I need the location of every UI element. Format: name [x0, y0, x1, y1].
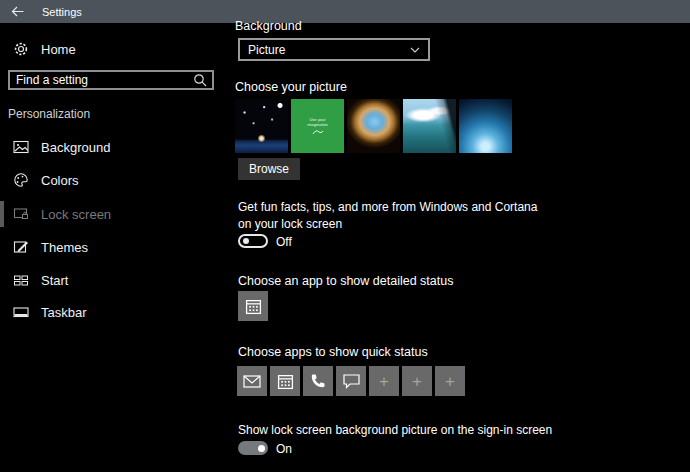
sidebar-item-label: Colors	[41, 173, 79, 188]
choose-picture-heading: Choose your picture	[235, 80, 347, 94]
calendar-icon	[277, 373, 294, 390]
browse-button[interactable]: Browse	[238, 158, 300, 180]
start-tiles-icon	[13, 272, 29, 288]
taskbar-icon	[13, 304, 29, 320]
sidebar-item-lock-screen[interactable]: Lock screen	[0, 201, 228, 227]
sign-in-screen-label: Show lock screen background picture on t…	[238, 423, 638, 437]
calendar-icon	[245, 298, 262, 315]
titlebar: Settings	[0, 0, 690, 23]
lock-screen-icon	[13, 206, 29, 222]
fun-facts-toggle-state: Off	[276, 235, 292, 249]
themes-icon	[13, 239, 29, 255]
quick-status-calendar-button[interactable]	[270, 366, 300, 396]
toggle-knob	[243, 238, 249, 244]
image-icon	[13, 139, 29, 155]
green-picture-caption: Use your imagination	[303, 117, 333, 127]
picture-thumbnail-window-sea[interactable]	[403, 99, 456, 153]
sidebar-item-label: Background	[41, 140, 110, 155]
plus-icon: +	[379, 373, 389, 390]
fun-facts-label: Get fun facts, tips, and more from Windo…	[238, 199, 544, 233]
detailed-status-heading: Choose an app to show detailed status	[238, 274, 453, 288]
background-type-dropdown[interactable]: Picture	[238, 38, 430, 61]
search-box[interactable]	[8, 70, 214, 90]
gear-icon	[13, 41, 29, 57]
sidebar-item-label: Home	[41, 42, 76, 57]
quick-status-mail-button[interactable]	[237, 366, 267, 396]
sign-in-toggle-state: On	[276, 442, 292, 456]
picture-thumbnail-green-imagination[interactable]: Use your imagination	[291, 99, 344, 153]
sidebar-item-label: Taskbar	[41, 305, 87, 320]
search-input[interactable]	[10, 73, 193, 87]
settings-window: Settings Home Personalization Background	[0, 0, 690, 472]
quick-status-add-button[interactable]: +	[435, 366, 465, 396]
search-icon[interactable]	[193, 73, 207, 87]
detailed-status-app-button[interactable]	[238, 291, 268, 321]
chevron-down-icon	[410, 47, 420, 53]
quick-status-add-button[interactable]: +	[369, 366, 399, 396]
quick-status-add-button[interactable]: +	[402, 366, 432, 396]
dolphin-glyph	[312, 129, 324, 135]
picture-thumbnail-night-beach[interactable]	[235, 99, 288, 153]
sidebar-item-start[interactable]: Start	[0, 267, 228, 293]
sign-in-toggle[interactable]	[238, 441, 268, 455]
sidebar-section-heading: Personalization	[8, 107, 90, 121]
mail-icon	[243, 375, 261, 388]
palette-icon	[13, 172, 29, 188]
sidebar-item-label: Start	[41, 273, 68, 288]
back-button[interactable]	[0, 0, 34, 23]
picture-thumbnail-ice-cave[interactable]	[459, 99, 512, 153]
sidebar-item-themes[interactable]: Themes	[0, 234, 228, 260]
quick-status-messaging-button[interactable]	[336, 366, 366, 396]
picture-thumbnail-cave-beach[interactable]	[347, 99, 400, 153]
back-arrow-icon	[11, 6, 24, 17]
window-title: Settings	[42, 6, 82, 18]
toggle-knob	[258, 445, 265, 452]
quick-status-phone-button[interactable]	[303, 366, 333, 396]
sidebar-item-label: Themes	[41, 240, 88, 255]
sidebar-item-home[interactable]: Home	[0, 36, 228, 62]
dropdown-selected-value: Picture	[248, 43, 285, 57]
sidebar-item-colors[interactable]: Colors	[0, 167, 228, 193]
background-section-label: Background	[235, 19, 302, 33]
fun-facts-toggle[interactable]	[238, 234, 268, 248]
sidebar-item-taskbar[interactable]: Taskbar	[0, 299, 228, 325]
quick-status-heading: Choose apps to show quick status	[238, 345, 428, 359]
phone-icon	[310, 373, 326, 389]
messaging-icon	[343, 374, 360, 389]
plus-icon: +	[412, 373, 422, 390]
sidebar-item-label: Lock screen	[41, 207, 111, 222]
sidebar-item-background[interactable]: Background	[0, 134, 228, 160]
plus-icon: +	[445, 373, 455, 390]
